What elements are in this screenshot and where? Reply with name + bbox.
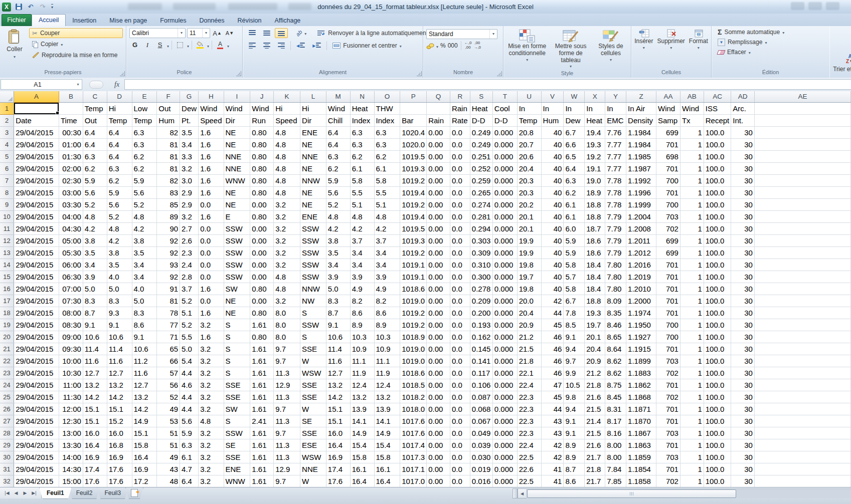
cell-AB1[interactable]: Wind	[680, 102, 704, 114]
cell-AB8[interactable]: 1	[680, 186, 704, 198]
cell-G2[interactable]: Pt.	[180, 114, 199, 126]
orientation-button[interactable]: ab	[293, 28, 309, 38]
cell-V23[interactable]: 46	[541, 367, 564, 379]
cell-N24[interactable]: 12.4	[350, 379, 374, 391]
row-header-17[interactable]: 17	[0, 295, 14, 307]
cell-AA1[interactable]: Wind	[656, 102, 680, 114]
insert-cells-button[interactable]: Insérer ▾	[633, 28, 654, 69]
cell-X24[interactable]: 21.8	[585, 379, 605, 391]
cell-V21[interactable]: 46	[541, 343, 564, 355]
cell-R8[interactable]: 0.0	[450, 186, 470, 198]
cell-AC6[interactable]: 100.0	[704, 162, 731, 174]
cell-F24[interactable]: 56	[157, 379, 180, 391]
cell-F23[interactable]: 57	[157, 367, 180, 379]
cell-AD27[interactable]: 30	[731, 415, 755, 427]
conditional-formatting-dropdown-icon[interactable]: ▾	[526, 58, 528, 62]
cell-B29[interactable]: 13:30	[59, 439, 83, 451]
cell-AC12[interactable]: 100.0	[704, 234, 731, 246]
cell-D16[interactable]: 5.0	[107, 283, 132, 295]
cell-I32[interactable]: WNW	[224, 475, 250, 487]
cell-R10[interactable]: 0.0	[450, 210, 470, 222]
name-box-dropdown-icon[interactable]: ▾	[74, 82, 82, 87]
cell-S11[interactable]: 0.294	[470, 222, 492, 234]
cell-Q3[interactable]: 0.00	[427, 126, 450, 138]
cell-X9[interactable]: 18.8	[585, 198, 605, 210]
cell-V9[interactable]: 40	[541, 198, 564, 210]
cell-Y24[interactable]: 8.75	[605, 379, 626, 391]
cell-W1[interactable]: In	[564, 102, 585, 114]
cell-A14[interactable]: 29/04/2015	[14, 259, 59, 271]
cell-P13[interactable]: 1019.2	[400, 246, 427, 259]
cell-D6[interactable]: 6.3	[107, 162, 132, 174]
autosum-dropdown-icon[interactable]	[782, 29, 784, 36]
cell-AE32[interactable]	[754, 475, 850, 487]
cell-S32[interactable]: 0.016	[470, 475, 492, 487]
cell-W10[interactable]: 6.1	[564, 210, 585, 222]
cell-AA24[interactable]: 701	[656, 379, 680, 391]
cell-V30[interactable]: 42	[541, 451, 564, 463]
cell-F5[interactable]: 81	[157, 150, 180, 162]
cell-U22[interactable]: 21.8	[517, 355, 541, 367]
cell-AB3[interactable]: 1	[680, 126, 704, 138]
cell-F4[interactable]: 81	[157, 138, 180, 150]
cell-AA22[interactable]: 703	[656, 355, 680, 367]
cell-AC24[interactable]: 100.0	[704, 379, 731, 391]
cell-L15[interactable]: SSW	[300, 271, 326, 283]
cell-AC11[interactable]: 100.0	[704, 222, 731, 234]
sort-filter-button[interactable]: AZ▼ Trier et filtrer	[830, 54, 851, 73]
cell-AC5[interactable]: 100.0	[704, 150, 731, 162]
cell-P3[interactable]: 1020.4	[400, 126, 427, 138]
cell-A31[interactable]: 29/04/2015	[14, 463, 59, 475]
fill-color-dropdown-icon[interactable]	[207, 41, 209, 50]
cell-H30[interactable]: 3.2	[199, 451, 224, 463]
cell-T2[interactable]: D-D	[492, 114, 517, 126]
cell-O32[interactable]: 16.4	[374, 475, 400, 487]
cell-O24[interactable]: 12.4	[374, 379, 400, 391]
cell-O8[interactable]: 5.5	[374, 186, 400, 198]
tab-donnees[interactable]: Données	[193, 15, 231, 26]
cell-H12[interactable]: 0.0	[199, 234, 224, 246]
cell-N21[interactable]: 10.9	[350, 343, 374, 355]
cell-F25[interactable]: 52	[157, 391, 180, 403]
cell-M26[interactable]: 15.1	[326, 403, 350, 415]
column-header-N[interactable]: N	[350, 91, 374, 102]
cell-O12[interactable]: 3.7	[374, 234, 400, 246]
cell-Q7[interactable]: 0.00	[427, 174, 450, 186]
cell-D31[interactable]: 17.6	[107, 463, 132, 475]
cell-G17[interactable]: 5.2	[180, 295, 199, 307]
cell-R13[interactable]: 0.0	[450, 246, 470, 259]
number-format-dropdown-icon[interactable]: ▾	[489, 30, 497, 39]
cell-Z28[interactable]: 1.1867	[626, 427, 656, 439]
cell-R17[interactable]: 0.0	[450, 295, 470, 307]
cell-E2[interactable]: Temp	[132, 114, 157, 126]
cell-P26[interactable]: 1018.0	[400, 403, 427, 415]
cell-V22[interactable]: 46	[541, 355, 564, 367]
cell-C23[interactable]: 12.7	[83, 367, 107, 379]
cell-L4[interactable]: NE	[300, 138, 326, 150]
cell-U8[interactable]: 20.3	[517, 186, 541, 198]
last-sheet-button[interactable]: ▶|	[30, 490, 38, 495]
cell-U16[interactable]: 19.8	[517, 283, 541, 295]
cell-J26[interactable]: 1.61	[250, 403, 274, 415]
cell-AD2[interactable]: Int.	[731, 114, 755, 126]
column-header-B[interactable]: B	[59, 91, 83, 102]
cell-E15[interactable]: 3.4	[132, 271, 157, 283]
hscroll-left-arrow[interactable]: ◀	[518, 488, 527, 498]
cell-K17[interactable]: 3.2	[274, 295, 300, 307]
sheet-tab-feuil3[interactable]: Feuil3	[97, 487, 128, 499]
cell-E29[interactable]: 15.8	[132, 439, 157, 451]
cell-O31[interactable]: 16.1	[374, 463, 400, 475]
cell-Y18[interactable]: 8.35	[605, 307, 626, 319]
column-header-Z[interactable]: Z	[626, 91, 656, 102]
paste-button[interactable]: Coller	[3, 28, 26, 60]
cell-V11[interactable]: 40	[541, 222, 564, 234]
cell-C16[interactable]: 5.0	[83, 283, 107, 295]
cell-AB30[interactable]: 1	[680, 451, 704, 463]
cell-R5[interactable]: 0.0	[450, 150, 470, 162]
cell-AD9[interactable]: 30	[731, 198, 755, 210]
cell-T22[interactable]: 0.000	[492, 355, 517, 367]
cell-F18[interactable]: 78	[157, 307, 180, 319]
row-header-29[interactable]: 29	[0, 439, 14, 451]
cell-G10[interactable]: 3.2	[180, 210, 199, 222]
cell-R20[interactable]: 0.0	[450, 331, 470, 343]
